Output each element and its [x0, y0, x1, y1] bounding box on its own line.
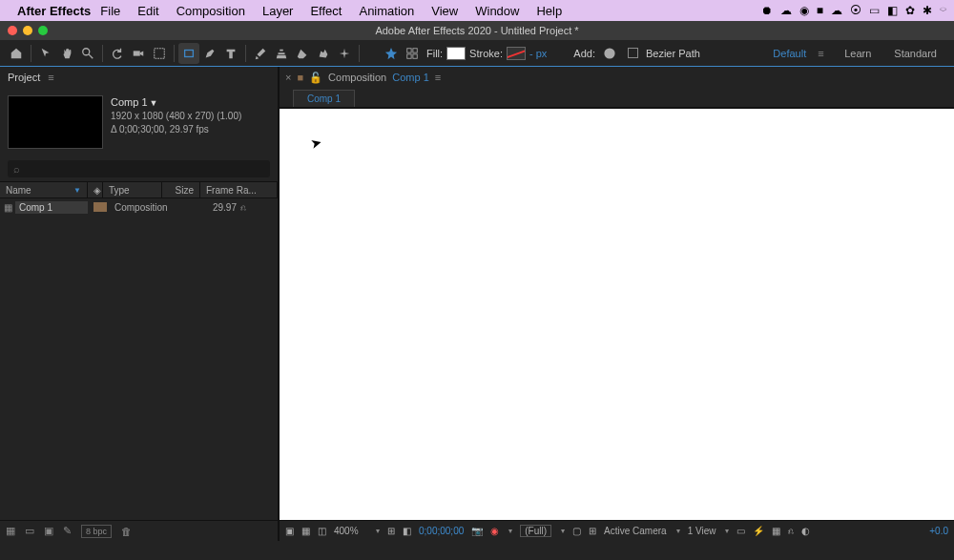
app-name[interactable]: After Effects [17, 4, 91, 18]
status-icon[interactable]: ✱ [923, 4, 932, 17]
camera-tool[interactable] [128, 43, 149, 64]
item-label-color[interactable] [93, 202, 107, 212]
resolution[interactable]: (Full) [520, 525, 551, 537]
col-name[interactable]: Name▼ [0, 182, 88, 197]
viewer-comp-name[interactable]: Comp 1 [392, 72, 429, 83]
zoom-level[interactable]: 400% [334, 526, 366, 536]
comp-name[interactable]: Comp 1 [111, 96, 148, 108]
trash-icon[interactable]: 🗑 [121, 526, 132, 537]
status-icon[interactable]: ▭ [869, 4, 880, 17]
rectangle-tool[interactable] [178, 43, 199, 64]
roto-brush-tool[interactable] [313, 43, 334, 64]
col-type[interactable]: Type [103, 182, 162, 197]
star-icon[interactable] [381, 43, 402, 64]
close-tab-icon[interactable]: × [285, 72, 291, 83]
always-preview-icon[interactable]: ▣ [285, 526, 294, 536]
menu-layer[interactable]: Layer [262, 4, 294, 18]
status-icon[interactable]: ⏺ [761, 4, 773, 17]
workspace-default[interactable]: Default [761, 48, 818, 59]
lock-icon[interactable]: 🔓 [309, 72, 322, 84]
guides-icon[interactable]: ⊞ [589, 526, 596, 536]
menu-view[interactable]: View [431, 4, 458, 18]
rotation-tool[interactable] [107, 43, 128, 64]
panel-menu-icon[interactable]: ≡ [48, 72, 53, 83]
channel-dropdown-icon[interactable]: ▾ [508, 527, 512, 535]
eraser-tool[interactable] [292, 43, 313, 64]
workspace-standard[interactable]: Standard [882, 48, 948, 59]
zoom-tool[interactable] [77, 43, 98, 64]
status-icon[interactable]: ◧ [887, 4, 898, 17]
new-folder-icon[interactable]: ▭ [25, 525, 34, 537]
zoom-dropdown-icon[interactable]: ▾ [376, 527, 380, 535]
workspace-learn[interactable]: Learn [833, 48, 882, 59]
bezier-checkbox[interactable] [628, 48, 638, 58]
pixel-aspect-icon[interactable]: ▭ [736, 526, 745, 536]
channel-icon[interactable]: ◉ [490, 526, 499, 536]
new-comp-icon[interactable]: ▣ [44, 525, 53, 537]
reset-expo-icon[interactable]: ◐ [801, 526, 810, 536]
adjustment-icon[interactable]: ✎ [63, 525, 72, 537]
type-tool[interactable] [220, 43, 241, 64]
current-time[interactable]: 0;00;00;00 [419, 526, 464, 536]
roi-icon[interactable]: ▢ [572, 526, 581, 536]
exposure[interactable]: +0.0 [929, 526, 948, 536]
fill-swatch[interactable] [446, 47, 466, 60]
status-icon[interactable]: ■ [817, 4, 823, 17]
add-dropdown[interactable] [599, 43, 620, 64]
zoom-window-button[interactable] [38, 26, 48, 35]
item-name[interactable]: Comp 1 [15, 201, 88, 214]
active-camera[interactable]: Active Camera [604, 526, 667, 536]
selection-tool[interactable] [35, 43, 56, 64]
bluetooth-icon[interactable]: ⌔ [940, 4, 946, 17]
puppet-tool[interactable] [334, 43, 355, 64]
snapshot-icon[interactable]: 📷 [471, 526, 483, 536]
menu-edit[interactable]: Edit [137, 4, 158, 18]
interpret-footage-icon[interactable]: ▦ [6, 525, 15, 537]
menu-file[interactable]: File [100, 4, 120, 18]
pen-tool[interactable] [199, 43, 220, 64]
view-dropdown-icon[interactable]: ▾ [725, 527, 729, 535]
fast-preview-icon[interactable]: ⚡ [753, 526, 764, 536]
status-icon[interactable]: ☁ [780, 4, 792, 17]
workspace-menu-icon[interactable]: ≡ [818, 48, 827, 59]
status-icon[interactable]: ◉ [799, 4, 809, 17]
menu-composition[interactable]: Composition [176, 4, 245, 18]
timeline-icon[interactable]: ▦ [772, 526, 780, 536]
stroke-width[interactable]: - px [529, 48, 547, 59]
viewer-menu-icon[interactable]: ≡ [435, 72, 441, 83]
close-window-button[interactable] [8, 26, 17, 35]
composition-canvas[interactable]: ➤ [280, 107, 954, 520]
status-icon[interactable]: ☁ [831, 4, 842, 17]
clone-stamp-tool[interactable] [271, 43, 292, 64]
hand-tool[interactable] [56, 43, 77, 64]
project-item[interactable]: ▦ Comp 1 Composition 29.97 ⎌ [0, 198, 278, 216]
brush-tool[interactable] [250, 43, 271, 64]
comp-thumbnail[interactable] [8, 95, 103, 149]
project-panel-header[interactable]: Project ≡ [0, 67, 278, 88]
home-button[interactable] [6, 43, 27, 64]
bezier-label[interactable]: Bezier Path [646, 48, 700, 59]
viewer-tab[interactable]: Comp 1 [293, 90, 355, 107]
minimize-window-button[interactable] [23, 26, 32, 35]
res-dropdown-icon[interactable]: ▾ [561, 527, 565, 535]
status-icon[interactable]: ⦿ [850, 4, 861, 17]
item-flow-icon[interactable]: ⎌ [237, 202, 250, 213]
menu-help[interactable]: Help [536, 4, 562, 18]
grid-icon[interactable]: ◧ [403, 526, 411, 536]
pan-behind-tool[interactable] [149, 43, 170, 64]
view-count[interactable]: 1 View [688, 526, 716, 536]
col-tag[interactable]: ◈ [88, 182, 103, 197]
menu-window[interactable]: Window [475, 4, 519, 18]
comp-dropdown-icon[interactable]: ▼ [150, 98, 158, 108]
col-framerate[interactable]: Frame Ra... [200, 182, 278, 197]
bit-depth[interactable]: 8 bpc [81, 525, 112, 538]
mask-icon[interactable]: ◫ [318, 526, 326, 536]
res-roi-icon[interactable]: ⊞ [387, 526, 395, 536]
transparency-grid-icon[interactable]: ▦ [301, 526, 310, 536]
project-search[interactable]: ⌕ [8, 160, 270, 177]
menu-animation[interactable]: Animation [359, 4, 414, 18]
flowchart-icon[interactable]: ⎌ [788, 526, 794, 536]
status-icon[interactable]: ✿ [905, 4, 915, 17]
stroke-swatch[interactable] [507, 47, 526, 60]
menu-effect[interactable]: Effect [310, 4, 342, 18]
